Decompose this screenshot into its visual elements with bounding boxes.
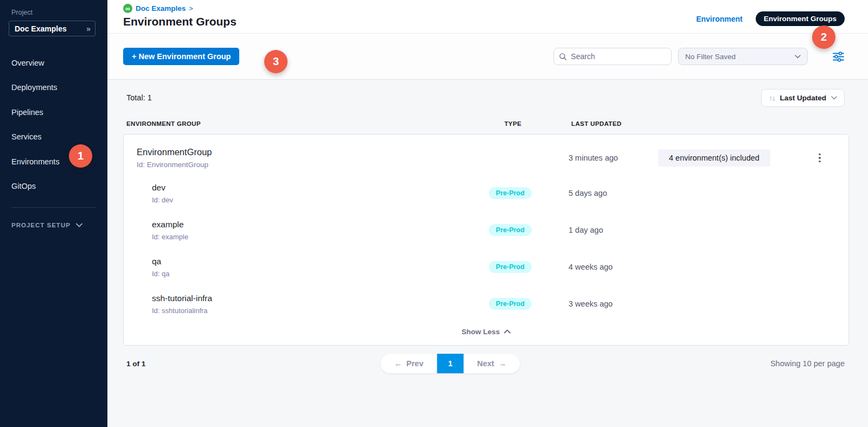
breadcrumb-separator: > xyxy=(189,4,193,12)
environment-name: example xyxy=(152,220,479,230)
environment-groups-page: Project Doc Examples » Overview Deployme… xyxy=(0,0,868,427)
annotation-step-3: 3 xyxy=(264,50,288,73)
project-selector[interactable]: Doc Examples » xyxy=(9,21,95,36)
group-row[interactable]: EnvironmentGroup Id: EnvironmentGroup 3 … xyxy=(124,141,848,175)
listing-bar: Total: 1 ↑↓ Last Updated xyxy=(107,80,868,116)
environment-row[interactable]: dev Id: dev Pre-Prod 5 days ago xyxy=(124,175,848,212)
arrow-left-icon: ← xyxy=(394,359,403,368)
sidebar: Project Doc Examples » Overview Deployme… xyxy=(0,0,107,427)
sidebar-divider xyxy=(11,207,96,208)
arrow-right-icon: → xyxy=(499,359,507,368)
environment-name: dev xyxy=(152,183,479,193)
kebab-menu-icon[interactable] xyxy=(815,150,824,165)
type-badge: Pre-Prod xyxy=(489,187,532,199)
saved-filter-dropdown[interactable]: No Filter Saved xyxy=(678,48,808,65)
col-environment-group: ENVIRONMENT GROUP xyxy=(126,120,482,127)
search-input[interactable] xyxy=(571,52,666,61)
main-content: ∞ Doc Examples > Environment Groups Envi… xyxy=(107,0,868,427)
sidebar-item-services[interactable]: Services xyxy=(0,125,107,150)
toolbar: + New Environment Group No Filter Saved xyxy=(107,34,868,80)
next-page-button[interactable]: Next → xyxy=(464,354,520,373)
page-info: 1 of 1 xyxy=(126,360,145,368)
saved-filter-value: No Filter Saved xyxy=(685,53,736,61)
breadcrumb-project-link[interactable]: Doc Examples xyxy=(136,4,186,12)
environment-id: Id: qa xyxy=(152,270,479,278)
environment-name: ssh-tutorial-infra xyxy=(152,294,479,303)
chevron-down-icon xyxy=(831,96,837,100)
environments-included-badge: 4 environment(s) included xyxy=(658,149,770,167)
cd-module-icon: ∞ xyxy=(123,4,132,13)
show-less-button[interactable]: Show Less xyxy=(124,322,848,341)
page-title: Environment Groups xyxy=(123,15,237,28)
environment-row[interactable]: example Id: example Pre-Prod 1 day ago xyxy=(124,212,848,248)
type-badge: Pre-Prod xyxy=(489,298,532,310)
tab-environment-groups[interactable]: Environment Groups xyxy=(756,11,845,26)
environment-group-card[interactable]: EnvironmentGroup Id: EnvironmentGroup 3 … xyxy=(123,134,849,346)
environment-row[interactable]: ssh-tutorial-infra Id: sshtutorialinfra … xyxy=(124,285,848,322)
environment-last-updated: 5 days ago xyxy=(541,189,658,197)
sidebar-item-deployments[interactable]: Deployments xyxy=(0,75,107,100)
breadcrumb[interactable]: ∞ Doc Examples > xyxy=(123,4,237,13)
group-last-updated: 3 minutes ago xyxy=(541,154,658,162)
sidebar-item-overview[interactable]: Overview xyxy=(0,50,107,75)
prev-page-button[interactable]: ← Prev xyxy=(381,354,437,373)
environment-last-updated: 4 weeks ago xyxy=(541,263,658,271)
col-last-updated: LAST UPDATED xyxy=(544,120,661,127)
environment-name: qa xyxy=(152,257,479,266)
annotation-step-1: 1 xyxy=(69,144,92,168)
chevron-down-icon xyxy=(76,223,82,227)
type-badge: Pre-Prod xyxy=(489,261,532,273)
chevron-down-icon xyxy=(795,55,801,59)
sidebar-item-pipelines[interactable]: Pipelines xyxy=(0,100,107,125)
type-badge: Pre-Prod xyxy=(489,224,532,236)
chevron-up-icon xyxy=(504,329,510,334)
total-count: Total: 1 xyxy=(126,93,152,102)
environment-id: Id: example xyxy=(152,233,479,241)
filter-panel-button[interactable] xyxy=(832,50,844,62)
project-setup-label: PROJECT SETUP xyxy=(11,222,71,228)
environment-row[interactable]: qa Id: qa Pre-Prod 4 weeks ago xyxy=(124,248,848,285)
sort-dropdown[interactable]: ↑↓ Last Updated xyxy=(761,89,845,107)
search-icon xyxy=(559,53,566,61)
annotation-step-2: 2 xyxy=(812,26,835,49)
environment-last-updated: 1 day ago xyxy=(541,226,658,234)
sort-arrows-icon: ↑↓ xyxy=(769,94,775,102)
view-toggle: Environment Environment Groups xyxy=(696,0,845,26)
sidebar-project-setup[interactable]: PROJECT SETUP xyxy=(11,222,107,228)
tab-environment[interactable]: Environment xyxy=(696,15,743,23)
new-environment-group-button[interactable]: + New Environment Group xyxy=(123,48,239,65)
project-expand-icon[interactable]: » xyxy=(86,24,90,33)
sort-value: Last Updated xyxy=(780,94,826,102)
group-id: Id: EnvironmentGroup xyxy=(137,161,479,169)
search-box[interactable] xyxy=(553,48,672,65)
project-label: Project xyxy=(11,9,107,16)
environment-id: Id: dev xyxy=(152,196,479,204)
environment-last-updated: 3 weeks ago xyxy=(541,299,658,308)
project-name: Doc Examples xyxy=(15,24,67,33)
filter-sliders-icon xyxy=(833,52,844,62)
environment-id: Id: sshtutorialinfra xyxy=(152,307,479,315)
col-type: TYPE xyxy=(482,120,544,127)
sidebar-nav: Overview Deployments Pipelines Services … xyxy=(0,50,107,199)
page-header: ∞ Doc Examples > Environment Groups Envi… xyxy=(107,0,868,34)
page-number-button[interactable]: 1 xyxy=(437,354,464,373)
per-page-info: Showing 10 per page xyxy=(770,359,845,368)
table-header-row: ENVIRONMENT GROUP TYPE LAST UPDATED xyxy=(123,116,849,132)
pager: ← Prev 1 Next → xyxy=(381,354,520,373)
group-name: EnvironmentGroup xyxy=(137,147,479,157)
pagination-bar: 1 of 1 ← Prev 1 Next → Showing 10 per pa… xyxy=(107,346,868,381)
sidebar-item-gitops[interactable]: GitOps xyxy=(0,174,107,199)
